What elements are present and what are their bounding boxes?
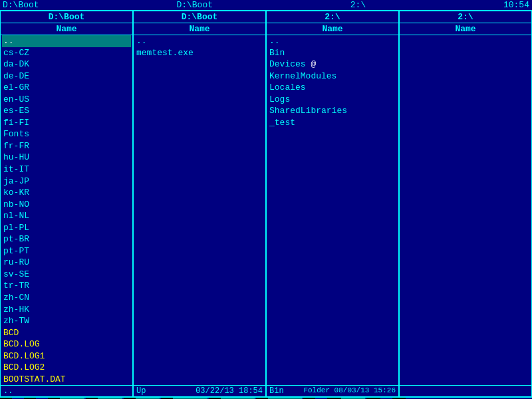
panel-far-right-path: 2:\	[458, 12, 473, 22]
panel-right-footer: Bin Folder 08/03/13 15:26	[267, 385, 398, 396]
list-item[interactable]: zh-HK	[2, 304, 131, 316]
list-item[interactable]: fi-FI	[2, 117, 131, 129]
panel-far-right-path-header: 2:\	[400, 11, 531, 23]
list-item[interactable]: cs-CZ	[2, 47, 131, 59]
list-item[interactable]: Locales	[268, 82, 397, 94]
list-item[interactable]: ..	[268, 35, 397, 47]
panel-left-footer: ..	[1, 385, 132, 396]
top-bar: D:\Boot D:\Boot 2:\ 10:54	[0, 0, 532, 10]
list-item[interactable]: zh-CN	[2, 292, 131, 304]
list-item[interactable]: Devices @	[268, 59, 397, 70]
list-item[interactable]: ru-RU	[2, 257, 131, 269]
list-item[interactable]: sv-SE	[2, 269, 131, 281]
list-item[interactable]: nl-NL	[2, 210, 131, 222]
panel-mid-path: D:\Boot	[182, 12, 218, 22]
panel-far-right: 2:\ Name	[399, 11, 532, 397]
panel-mid-footer: Up 03/22/13 18:54	[134, 385, 265, 396]
list-item[interactable]: SharedLibraries	[268, 105, 397, 117]
list-item[interactable]: en-US	[2, 94, 131, 106]
panel-mid-content: ..memtest.exe	[134, 35, 265, 385]
list-item[interactable]: BCD.LOG	[2, 338, 131, 350]
mid-path: D:\Boot	[176, 0, 213, 10]
panel-right-content: ..BinDevices @KernelModulesLocalesLogsSh…	[267, 35, 398, 385]
right-path: 2:\	[350, 0, 366, 10]
list-item[interactable]: BCD.LOG1	[2, 350, 131, 362]
list-item[interactable]: memtest.exe	[135, 47, 264, 59]
panel-mid-path-header: D:\Boot	[134, 11, 265, 23]
list-item[interactable]: pt-BR	[2, 233, 131, 245]
panel-far-right-footer	[400, 385, 531, 396]
list-item[interactable]: pt-PT	[2, 245, 131, 257]
list-item[interactable]: BCD	[2, 327, 131, 339]
panels: D:\Boot Name ..cs-CZda-DKde-DEel-GRen-US…	[0, 10, 532, 398]
list-item[interactable]: de-DE	[2, 70, 131, 82]
list-item[interactable]: BOOTSTAT.DAT	[2, 374, 131, 386]
panel-mid-footer-date: 03/22/13 18:54	[196, 386, 263, 396]
list-item[interactable]: ja-JP	[2, 176, 131, 188]
list-item[interactable]: KernelModules	[268, 70, 397, 82]
panel-left-footer-name: ..	[3, 386, 13, 396]
panel-left-path-header: D:\Boot	[1, 11, 132, 23]
panel-left: D:\Boot Name ..cs-CZda-DKde-DEel-GRen-US…	[0, 11, 133, 397]
panel-left-content: ..cs-CZda-DKde-DEel-GRen-USes-ESfi-FIFon…	[1, 35, 132, 385]
list-item[interactable]: Logs	[268, 94, 397, 106]
list-item[interactable]: _test	[268, 117, 397, 129]
list-item[interactable]: ..	[135, 35, 264, 47]
panel-right-path-header: 2:\	[267, 11, 398, 23]
panel-left-header: Name	[1, 23, 132, 35]
list-item[interactable]: hu-HU	[2, 152, 131, 164]
panel-right: 2:\ Name ..BinDevices @KernelModulesLoca…	[266, 11, 399, 397]
list-item[interactable]: ko-KR	[2, 187, 131, 199]
list-item[interactable]: Fonts	[2, 128, 131, 140]
left-path: D:\Boot	[3, 0, 39, 10]
list-item[interactable]: ..	[2, 35, 131, 47]
panel-right-footer-info: Folder 08/03/13 15:26	[303, 386, 396, 394]
panel-mid-footer-name: Up	[136, 386, 146, 396]
list-item[interactable]: el-GR	[2, 82, 131, 94]
list-item[interactable]: nb-NO	[2, 199, 131, 211]
panel-mid: D:\Boot Name ..memtest.exe Up 03/22/13 1…	[133, 11, 266, 397]
panel-right-header: Name	[267, 23, 398, 35]
panel-right-footer-name: Bin	[269, 386, 284, 396]
panel-left-path: D:\Boot	[49, 12, 85, 22]
list-item[interactable]: zh-TW	[2, 315, 131, 327]
list-item[interactable]: da-DK	[2, 59, 131, 70]
panel-far-right-header: Name	[400, 23, 531, 35]
list-item[interactable]: tr-TR	[2, 280, 131, 292]
panel-mid-header: Name	[134, 23, 265, 35]
list-item[interactable]: BCD.LOG2	[2, 362, 131, 374]
panel-right-path: 2:\	[325, 12, 340, 22]
list-item[interactable]: it-IT	[2, 164, 131, 176]
app: D:\Boot D:\Boot 2:\ 10:54 D:\Boot Name .…	[0, 0, 532, 399]
list-item[interactable]: pl-PL	[2, 222, 131, 234]
list-item[interactable]: es-ES	[2, 105, 131, 117]
list-item[interactable]: fr-FR	[2, 140, 131, 152]
list-item[interactable]: Bin	[268, 47, 397, 59]
clock: 10:54	[503, 0, 529, 10]
panel-far-right-content	[400, 35, 531, 385]
